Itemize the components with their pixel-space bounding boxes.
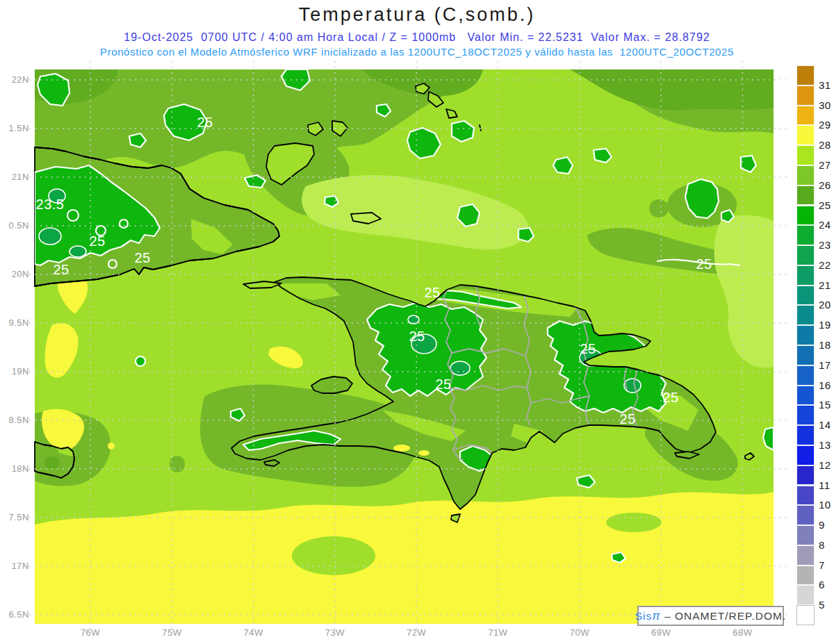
colorbar-segment xyxy=(796,265,815,286)
lat-tick-label: 18N xyxy=(0,463,29,474)
colorbar-tick-label: 13 xyxy=(819,439,831,451)
colorbar-segment xyxy=(796,585,815,605)
contour-value-label: 25 xyxy=(197,115,213,131)
colorbar-segment xyxy=(796,206,815,226)
colorbar-segment xyxy=(796,486,815,506)
lon-tick-label: 73W xyxy=(314,627,356,638)
colorbar-segment xyxy=(796,65,815,85)
colorbar-segment xyxy=(796,545,815,565)
colorbar-segment xyxy=(796,365,815,386)
lat-tick-label: 6.5N xyxy=(0,609,29,620)
colorbar-segment xyxy=(796,125,815,145)
colorbar xyxy=(796,65,815,625)
contour-value-label: 25 xyxy=(619,411,635,427)
contour-value-label: 23.5 xyxy=(36,197,65,213)
colorbar-segment xyxy=(796,565,815,586)
colorbar-tick-label: 7 xyxy=(819,559,825,571)
lat-tick-label: 20N xyxy=(0,269,29,279)
colorbar-tick-label: 25 xyxy=(819,199,831,211)
colorbar-tick-label: 28 xyxy=(819,139,831,151)
contour-value-label: 25 xyxy=(696,256,712,272)
pi-glyph: π xyxy=(652,609,660,623)
colorbar-tick-label: 20 xyxy=(819,299,831,311)
lat-tick-label: 7.5N xyxy=(0,512,29,522)
colorbar-segment xyxy=(796,605,815,625)
contour-value-label: 25 xyxy=(409,329,425,345)
attribution-box: Sisπ – ONAMET/REP.DOM. xyxy=(637,606,784,626)
lat-tick-label: 8.5N xyxy=(0,415,29,425)
colorbar-tick-label: 17 xyxy=(819,359,831,371)
colorbar-segment xyxy=(796,465,815,486)
lon-tick-label: 70W xyxy=(559,627,600,638)
colorbar-tick-label: 31 xyxy=(819,79,831,91)
colorbar-tick-label: 14 xyxy=(819,419,831,431)
colorbar-tick-label: 11 xyxy=(819,479,831,491)
contour-value-label: 25 xyxy=(89,233,105,249)
colorbar-segment xyxy=(796,345,815,365)
contour-value-label: 25 xyxy=(580,341,596,357)
colorbar-segment xyxy=(796,405,815,425)
subtitle-model-validity: Pronóstico con el Modelo Atmósferico WRF… xyxy=(0,46,834,58)
colorbar-segment xyxy=(796,245,815,265)
colorbar-tick-label: 15 xyxy=(819,399,831,411)
lon-tick-label: 74W xyxy=(233,627,275,638)
colorbar-tick-label: 27 xyxy=(819,159,831,171)
colorbar-tick-label: 16 xyxy=(819,379,831,391)
page-title: Temperatura (C,somb.) xyxy=(0,4,834,26)
lon-tick-label: 76W xyxy=(70,627,111,638)
colorbar-segment xyxy=(796,165,815,185)
colorbar-tick-label: 5 xyxy=(819,599,825,611)
colorbar-tick-label: 23 xyxy=(819,239,831,251)
colorbar-segment xyxy=(796,145,815,165)
colorbar-segment xyxy=(796,525,815,545)
lon-tick-label: 69W xyxy=(640,627,682,638)
colorbar-tick-label: 29 xyxy=(819,119,831,131)
brand-name: Sis xyxy=(635,610,653,622)
colorbar-tick-label: 19 xyxy=(819,319,831,331)
contour-value-label: 25 xyxy=(662,390,678,406)
lat-tick-label: 19N xyxy=(0,366,29,377)
temperature-map xyxy=(35,69,774,624)
colorbar-tick-label: 8 xyxy=(819,539,825,551)
lon-tick-label: 72W xyxy=(395,627,437,638)
colorbar-tick-label: 10 xyxy=(819,499,831,511)
colorbar-tick-label: 6 xyxy=(819,579,825,591)
attribution-org: – ONAMET/REP.DOM. xyxy=(661,610,787,622)
colorbar-segment xyxy=(796,445,815,465)
contour-value-label: 25 xyxy=(435,377,451,393)
lon-tick-label: 75W xyxy=(151,627,193,638)
colorbar-segment xyxy=(796,225,815,245)
contour-value-label: 25 xyxy=(424,285,440,301)
lat-tick-label: 1.5N xyxy=(0,123,29,133)
colorbar-tick-label: 18 xyxy=(819,339,831,351)
colorbar-segment xyxy=(796,325,815,345)
colorbar-tick-label: 22 xyxy=(819,259,831,271)
colorbar-tick-label: 12 xyxy=(819,459,831,471)
lat-tick-label: 22N xyxy=(0,74,29,85)
lat-tick-label: 21N xyxy=(0,172,29,182)
colorbar-segment xyxy=(796,425,815,445)
lon-tick-label: 71W xyxy=(477,627,519,638)
colorbar-segment xyxy=(796,85,815,106)
lat-tick-label: 17N xyxy=(0,561,29,571)
lon-tick-label: 68W xyxy=(721,627,763,638)
colorbar-segment xyxy=(796,386,815,406)
colorbar-segment xyxy=(796,106,815,126)
weather-map-page: { "header": { "title": "Temperatura (C,s… xyxy=(0,0,834,644)
colorbar-tick-label: 30 xyxy=(819,99,831,111)
colorbar-tick-label: 21 xyxy=(819,279,831,291)
contour-value-label: 25 xyxy=(53,262,69,278)
contour-value-label: 25 xyxy=(134,250,150,266)
colorbar-tick-label: 26 xyxy=(819,179,831,191)
subtitle-datetime-minmax: 19-Oct-2025 0700 UTC / 4:00 am Hora Loca… xyxy=(0,31,834,44)
colorbar-segment xyxy=(796,505,815,525)
lat-tick-label: 9.5N xyxy=(0,317,29,328)
colorbar-tick-label: 9 xyxy=(819,519,825,531)
lat-tick-label: 0.5N xyxy=(0,220,29,231)
colorbar-segment xyxy=(796,185,815,206)
colorbar-tick-label: 24 xyxy=(819,219,831,231)
colorbar-segment xyxy=(796,305,815,325)
colorbar-segment xyxy=(796,286,815,306)
